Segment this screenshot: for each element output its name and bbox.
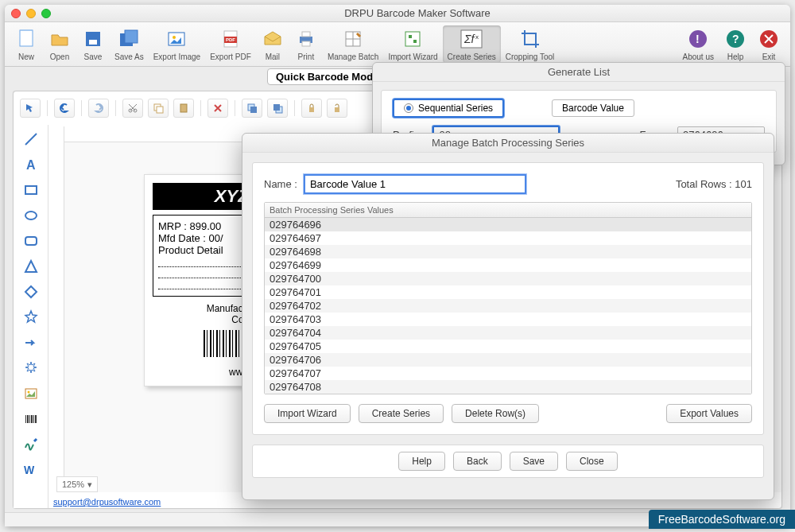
svg-rect-37 — [25, 186, 37, 194]
svg-rect-11 — [302, 32, 310, 37]
table-row[interactable]: 029764700 — [265, 272, 751, 285]
barcode-tool[interactable] — [18, 408, 44, 430]
svg-rect-16 — [413, 40, 417, 43]
delete-rows-button[interactable]: Delete Row(s) — [452, 404, 539, 423]
export-image-button[interactable]: Export Image — [149, 25, 205, 63]
zoom-dropdown-icon[interactable]: ▾ — [87, 480, 92, 490]
cropping-tool-button[interactable]: Cropping Tool — [501, 25, 560, 63]
text-tool[interactable]: A — [18, 153, 44, 176]
support-link[interactable]: support@drpusoftware.com — [53, 497, 161, 507]
main-toolbar: New Open Save Save As Export Image PDFEx… — [5, 22, 790, 67]
svg-rect-46 — [33, 415, 34, 423]
name-input[interactable] — [304, 174, 526, 194]
export-values-button[interactable]: Export Values — [666, 404, 752, 423]
zoom-indicator[interactable]: 125% ▾ — [56, 476, 98, 492]
svg-rect-42 — [25, 415, 26, 423]
table-header: Batch Processing Series Values — [265, 203, 751, 218]
close-button[interactable]: Close — [566, 452, 618, 471]
table-row[interactable]: 029764703 — [265, 313, 751, 326]
back-button[interactable]: Back — [453, 452, 502, 471]
burst-tool[interactable] — [18, 357, 44, 379]
table-row[interactable]: 029764708 — [265, 380, 751, 394]
undo-button[interactable] — [54, 99, 75, 118]
line-tool[interactable] — [18, 128, 44, 150]
rounded-rect-tool[interactable] — [18, 230, 44, 252]
table-row[interactable]: 029764707 — [265, 367, 751, 380]
table-row[interactable]: 029764706 — [265, 353, 751, 367]
help-button-modal[interactable]: Help — [398, 452, 445, 471]
send-back-button[interactable] — [267, 99, 288, 118]
wordart-tool[interactable]: W — [18, 459, 44, 481]
star-tool[interactable] — [18, 306, 44, 328]
svg-rect-33 — [273, 104, 280, 111]
svg-point-41 — [27, 391, 29, 394]
paste-button[interactable] — [173, 99, 194, 118]
radio-icon — [404, 103, 413, 113]
svg-rect-43 — [27, 415, 29, 423]
copy-button[interactable] — [148, 99, 169, 118]
ellipse-tool[interactable] — [18, 204, 44, 227]
select-tool[interactable] — [20, 99, 41, 118]
svg-text:x: x — [475, 33, 479, 41]
mail-button[interactable]: Mail — [256, 25, 289, 63]
unlock-button[interactable] — [327, 99, 347, 118]
table-row[interactable]: 029764702 — [265, 299, 751, 313]
svg-text:A: A — [26, 158, 36, 172]
manage-batch-dialog: Manage Batch Processing Series Name : To… — [242, 133, 774, 500]
save-button-modal[interactable]: Save — [510, 452, 558, 471]
svg-rect-4 — [125, 30, 138, 43]
total-rows-label: Total Rows : 101 — [676, 178, 752, 190]
table-row[interactable]: 029764696 — [265, 218, 751, 231]
diamond-tool[interactable] — [18, 281, 44, 303]
quick-barcode-tab[interactable]: Quick Barcode Mode — [267, 68, 387, 85]
svg-point-6 — [173, 36, 176, 39]
table-row[interactable]: 029764701 — [265, 285, 751, 299]
svg-point-38 — [25, 212, 37, 219]
import-wizard-button[interactable]: Import Wizard — [383, 25, 442, 63]
signature-tool[interactable] — [18, 433, 44, 456]
svg-rect-31 — [250, 107, 257, 113]
save-button[interactable]: Save — [76, 25, 110, 63]
open-button[interactable]: Open — [43, 25, 76, 63]
rectangle-tool[interactable] — [18, 179, 44, 201]
export-pdf-button[interactable]: PDFExport PDF — [205, 25, 256, 63]
shape-sidebar: A W — [14, 125, 48, 508]
table-row[interactable]: 029764705 — [265, 340, 751, 353]
redo-button[interactable] — [88, 99, 109, 118]
table-body[interactable]: 0297646960297646970297646980297646990297… — [265, 218, 751, 394]
table-row[interactable]: 029764698 — [265, 245, 751, 258]
manage-batch-button[interactable]: Manage Batch — [323, 25, 384, 63]
name-label: Name : — [264, 178, 297, 190]
triangle-tool[interactable] — [18, 255, 44, 278]
print-button[interactable]: Print — [289, 25, 323, 63]
create-series-button[interactable]: ΣfxCreate Series — [443, 25, 501, 63]
svg-text:PDF: PDF — [226, 37, 235, 42]
delete-button[interactable] — [207, 99, 228, 118]
table-row[interactable]: 029764697 — [265, 231, 751, 245]
svg-rect-44 — [29, 415, 30, 423]
svg-rect-47 — [35, 415, 37, 423]
create-series-button-modal[interactable]: Create Series — [359, 404, 444, 423]
table-row[interactable]: 029764704 — [265, 326, 751, 340]
exit-button[interactable]: Exit — [752, 25, 785, 63]
svg-rect-34 — [309, 107, 314, 112]
new-button[interactable]: New — [10, 25, 43, 63]
maximize-window-button[interactable] — [41, 9, 51, 18]
image-tool[interactable] — [18, 382, 44, 405]
lock-button[interactable] — [301, 99, 322, 118]
svg-rect-45 — [31, 415, 33, 423]
arrow-tool[interactable] — [18, 332, 44, 354]
manage-batch-title: Manage Batch Processing Series — [242, 134, 774, 153]
help-button[interactable]: ?Help — [719, 25, 752, 63]
table-row[interactable]: 029764699 — [265, 258, 751, 272]
bring-front-button[interactable] — [242, 99, 262, 118]
saveas-button[interactable]: Save As — [110, 25, 149, 63]
cut-button[interactable] — [122, 99, 143, 118]
close-window-button[interactable] — [11, 9, 21, 18]
about-button[interactable]: !About us — [678, 25, 719, 63]
import-wizard-button[interactable]: Import Wizard — [264, 404, 351, 423]
svg-rect-35 — [335, 107, 339, 112]
barcode-value-button[interactable]: Barcode Value — [552, 99, 634, 117]
minimize-window-button[interactable] — [26, 9, 36, 18]
sequential-series-option[interactable]: Sequential Series — [393, 99, 504, 118]
